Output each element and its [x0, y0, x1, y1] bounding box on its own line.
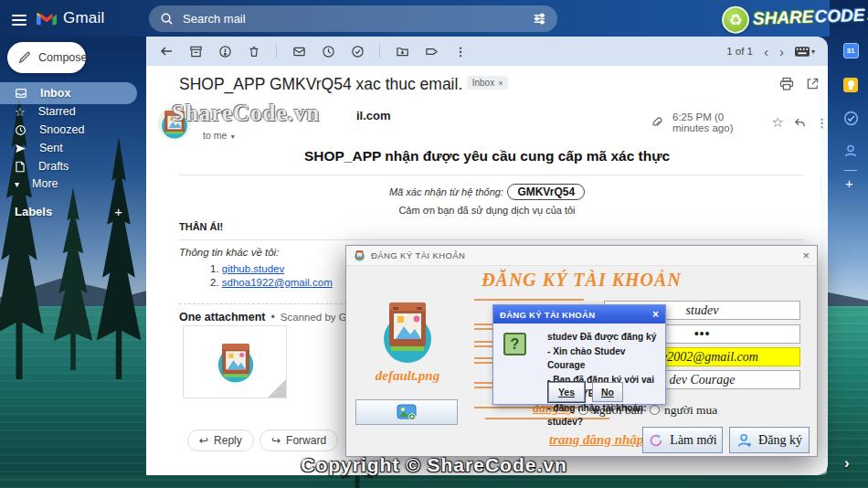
- forward-button[interactable]: ↪ Forward: [259, 430, 338, 451]
- sidebar-item-starred[interactable]: ☆ Starred: [0, 102, 137, 121]
- list-number: 1.: [210, 263, 219, 274]
- email-link[interactable]: sdhoa1922@gmail.com: [222, 277, 333, 288]
- add-label-icon[interactable]: +: [114, 204, 122, 219]
- search-bar[interactable]: Search mail: [149, 5, 557, 32]
- sidebar-item-inbox[interactable]: Inbox: [0, 82, 137, 104]
- reply-button[interactable]: ↩ Reply: [187, 430, 254, 451]
- archive-icon[interactable]: [188, 44, 203, 58]
- sidebar-item-more[interactable]: ▾ More: [0, 175, 137, 193]
- mark-unread-icon[interactable]: [291, 44, 306, 58]
- search-icon: [160, 12, 174, 26]
- older-email-icon[interactable]: ›: [779, 44, 784, 59]
- draft-icon: [15, 161, 26, 173]
- thanks-line: Cảm ơn bạn đã sử dụng dịch vụ của tôi: [146, 205, 828, 216]
- register-dialog: ĐĂNG KÝ TÀI KHOẢN × ĐĂNG KÝ TÀI KHOẢN de…: [345, 245, 818, 457]
- field-label-line: [474, 299, 584, 301]
- avatar-picture-box: [380, 299, 435, 365]
- sidebar-item-label: Snoozed: [39, 123, 84, 136]
- verification-code: GMKVrQ54: [507, 184, 585, 200]
- sidebar-item-snoozed[interactable]: Snoozed: [0, 121, 137, 139]
- report-spam-icon[interactable]: [217, 44, 232, 58]
- dialog-title: ĐĂNG KÝ TÀI KHOẢN: [371, 250, 465, 260]
- screen: Gmail Search mail Compose Inbox ☆ Starre…: [0, 0, 868, 488]
- add-addon-icon[interactable]: +: [845, 175, 853, 191]
- add-to-tasks-icon[interactable]: [350, 44, 365, 58]
- more-options-icon[interactable]: ⋮: [453, 44, 468, 58]
- close-icon[interactable]: ×: [802, 249, 810, 261]
- delete-icon[interactable]: [247, 44, 261, 58]
- no-button[interactable]: No: [592, 382, 623, 402]
- form-heading: ĐĂNG KÝ TÀI KHOẢN: [346, 270, 817, 291]
- forward-label: Forward: [286, 434, 326, 447]
- refresh-button[interactable]: Làm mới: [642, 427, 723, 453]
- gmail-m-icon: [37, 11, 57, 27]
- regards-line: THÂN ÁI!: [179, 221, 223, 232]
- remove-label-icon[interactable]: ×: [498, 79, 503, 88]
- contacts-icon[interactable]: [842, 143, 859, 159]
- yes-button[interactable]: Yes: [548, 382, 585, 402]
- refresh-button-label: Làm mới: [670, 433, 716, 448]
- sidebar-item-label: Drafts: [38, 160, 69, 173]
- email-toolbar: ⋮ 1 of 1 ‹ › ▾: [146, 37, 828, 66]
- input-method-icon[interactable]: ▾: [795, 47, 815, 57]
- msgbox-line: - đăng nhập tài khoản: studev?: [547, 401, 664, 430]
- msgbox-title: ĐĂNG KÝ TÀI KHOẢN: [500, 310, 595, 320]
- star-icon[interactable]: ☆: [772, 114, 784, 131]
- open-in-new-icon[interactable]: [806, 77, 820, 90]
- main-menu-icon[interactable]: [12, 12, 26, 28]
- dialog-titlebar[interactable]: ĐĂNG KÝ TÀI KHOẢN ×: [346, 246, 817, 266]
- tasks-icon[interactable]: [842, 110, 859, 126]
- forward-arrow-icon: ↪: [271, 434, 281, 447]
- to-me-label: to me: [203, 130, 227, 141]
- keep-icon[interactable]: [842, 77, 859, 93]
- github-link[interactable]: github.studev: [222, 263, 284, 274]
- inbox-chip[interactable]: Inbox ×: [467, 76, 509, 90]
- recipient-row[interactable]: to me ▾: [203, 126, 235, 143]
- sidebar-item-sent[interactable]: Sent: [0, 139, 137, 157]
- buyer-radio-label[interactable]: người mua: [664, 403, 717, 418]
- email-subject-row: SHOP_APP GMKVrQ54 xac thuc email. Inbox …: [179, 75, 508, 94]
- card-fold-corner: [268, 379, 286, 398]
- label-icon[interactable]: [424, 44, 439, 58]
- compose-button[interactable]: Compose: [7, 42, 86, 73]
- move-to-icon[interactable]: [395, 44, 409, 58]
- snooze-icon[interactable]: [321, 44, 335, 58]
- person-add-icon: [736, 432, 753, 449]
- calendar-icon[interactable]: 31: [842, 42, 859, 58]
- sidepanel-divider: [844, 170, 857, 171]
- chevron-down-icon: ▾: [15, 179, 19, 189]
- clock-icon: [15, 124, 26, 136]
- attachment-card[interactable]: [183, 325, 287, 398]
- gmail-logo[interactable]: Gmail: [37, 9, 104, 27]
- attachment-clip-icon: [651, 116, 663, 129]
- close-icon[interactable]: ×: [652, 309, 659, 320]
- login-page-link[interactable]: trang đăng nhập: [549, 432, 643, 448]
- sender-email-fragment: il.com: [356, 109, 391, 122]
- scrollbar-thumb[interactable]: [820, 192, 827, 473]
- register-button-label: Đăng ký: [758, 433, 802, 448]
- search-options-icon[interactable]: [533, 12, 546, 26]
- sharecode-logo-code: CODE: [814, 5, 865, 27]
- reply-label: Reply: [214, 434, 242, 447]
- app-icon: [354, 249, 365, 261]
- choose-image-button[interactable]: [355, 399, 458, 425]
- divider: [179, 175, 804, 175]
- register-button[interactable]: Đăng ký: [729, 427, 810, 453]
- star-icon: ☆: [15, 105, 26, 119]
- labels-title: Labels: [15, 205, 52, 218]
- info-link-1-row: 1. github.studev: [210, 263, 284, 274]
- inbox-icon: [15, 87, 27, 100]
- toolbar-divider: [379, 44, 380, 58]
- print-icon[interactable]: [779, 77, 794, 91]
- dot-separator: •: [270, 311, 274, 324]
- attachment-thumbnail: [213, 339, 259, 385]
- msgbox-titlebar[interactable]: ĐĂNG KÝ TÀI KHOẢN ×: [493, 305, 665, 324]
- sidebar-item-drafts[interactable]: Drafts: [0, 157, 137, 175]
- msgbox-message: studev Đã được đăng ký - Xin chào Studev…: [547, 330, 664, 430]
- reply-icon[interactable]: [793, 116, 807, 130]
- copyright-watermark: Copyright © ShareCode.vn: [0, 454, 868, 476]
- back-icon[interactable]: [159, 44, 174, 58]
- sharecode-logo-icon: ♻: [722, 5, 750, 34]
- newer-email-icon[interactable]: ‹: [764, 44, 768, 59]
- attachment-count: One attachment: [179, 311, 265, 324]
